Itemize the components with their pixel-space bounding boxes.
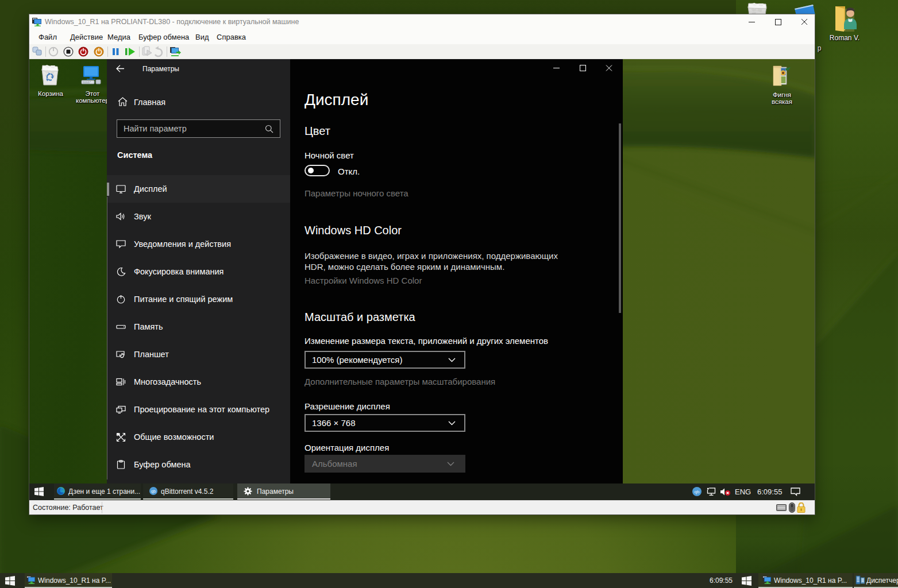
svg-text:qb: qb (695, 489, 700, 494)
svg-text:qb: qb (151, 489, 156, 494)
